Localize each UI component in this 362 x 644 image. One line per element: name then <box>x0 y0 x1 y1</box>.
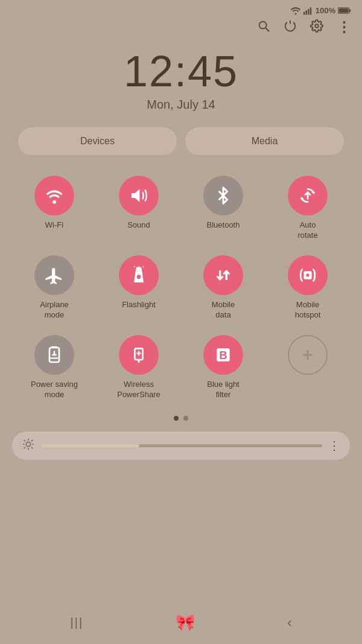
svg-marker-11 <box>132 190 139 202</box>
wireless-icon <box>129 345 148 365</box>
top-icon-row: ⋮ <box>0 18 362 42</box>
brightness-menu-button[interactable]: ⋮ <box>328 438 340 453</box>
svg-rect-2 <box>308 8 309 14</box>
svg-line-30 <box>31 447 33 448</box>
svg-rect-5 <box>349 9 351 11</box>
search-button[interactable] <box>257 19 270 36</box>
qs-wireless-label: WirelessPowerShare <box>117 380 160 400</box>
signal-icon <box>303 7 313 15</box>
sun-icon <box>22 438 35 451</box>
home-button[interactable]: 🎀 <box>176 613 195 632</box>
svg-line-15 <box>143 266 144 267</box>
qs-add[interactable] <box>265 329 350 409</box>
settings-icon <box>310 19 323 33</box>
wifi-status-icon <box>290 7 301 15</box>
qs-bluetooth-circle <box>203 176 243 215</box>
qs-wifi[interactable]: Wi-Fi <box>12 170 97 249</box>
svg-line-29 <box>24 439 25 441</box>
svg-point-10 <box>52 200 56 204</box>
qs-mobiledata-circle <box>203 255 243 295</box>
brightness-icon <box>22 438 35 454</box>
qs-airplane-circle <box>34 255 74 295</box>
bluetooth-icon <box>214 186 233 205</box>
qs-flashlight-circle <box>119 255 159 295</box>
qs-wifi-circle <box>34 176 74 215</box>
clock-date: Mon, July 14 <box>0 98 362 112</box>
qs-bluelight-circle: B <box>203 335 243 375</box>
page-dots <box>0 412 362 429</box>
svg-point-9 <box>315 24 319 28</box>
clock-time: 12:45 <box>0 48 362 95</box>
settings-button[interactable] <box>310 19 323 36</box>
add-icon <box>299 346 316 363</box>
brightness-row: ⋮ <box>12 432 350 460</box>
qs-sound-circle <box>119 176 159 215</box>
battery-text: 100% <box>316 6 335 15</box>
search-icon <box>257 19 270 33</box>
qs-autorotate[interactable]: Autorotate <box>265 170 350 249</box>
brightness-track[interactable] <box>41 444 322 447</box>
svg-rect-1 <box>305 10 306 14</box>
clock-section: 12:45 Mon, July 14 <box>0 42 362 115</box>
recents-button[interactable]: ||| <box>71 616 84 630</box>
svg-rect-3 <box>310 7 311 14</box>
powersaving-icon <box>45 345 64 365</box>
mobiledata-icon <box>214 266 233 285</box>
page-dot-2 <box>183 416 188 421</box>
media-tab[interactable]: Media <box>185 127 344 155</box>
qs-bluelight[interactable]: B Blue lightfilter <box>181 329 265 409</box>
more-button[interactable]: ⋮ <box>337 19 351 36</box>
qs-airplane-label: Airplanemode <box>40 300 69 320</box>
svg-rect-6 <box>338 8 348 13</box>
qs-bluetooth[interactable]: Bluetooth <box>181 170 265 249</box>
qs-autorotate-circle <box>288 176 328 215</box>
qs-mobiledata[interactable]: Mobiledata <box>181 249 265 329</box>
qs-wireless[interactable]: WirelessPowerShare <box>97 329 181 409</box>
status-icons: 100% <box>290 6 351 15</box>
qs-powersaving[interactable]: Power savingmode <box>12 329 97 409</box>
page-dot-1 <box>174 416 179 421</box>
qs-wireless-circle <box>119 335 159 375</box>
svg-line-8 <box>265 28 269 31</box>
qs-flashlight-label: Flashlight <box>122 300 156 310</box>
svg-point-17 <box>306 273 309 276</box>
autorotate-icon <box>298 186 317 205</box>
qs-autorotate-label: Autorotate <box>297 220 317 241</box>
svg-line-14 <box>134 266 135 267</box>
qs-hotspot-circle <box>288 255 328 295</box>
qs-airplane[interactable]: Airplanemode <box>12 249 97 329</box>
qs-powersaving-circle <box>34 335 74 375</box>
qs-bluelight-label: Blue lightfilter <box>207 380 239 400</box>
back-button[interactable]: ‹ <box>287 615 291 631</box>
power-icon <box>284 19 297 33</box>
qs-wifi-label: Wi-Fi <box>45 220 63 231</box>
hotspot-icon <box>298 266 317 285</box>
devices-tab[interactable]: Devices <box>18 127 177 155</box>
qs-add-circle <box>288 335 328 375</box>
bluelight-icon: B <box>214 345 233 365</box>
svg-point-24 <box>26 442 30 446</box>
svg-line-32 <box>24 447 25 448</box>
brightness-fill <box>41 444 139 447</box>
qs-hotspot-label: Mobilehotspot <box>295 300 321 320</box>
svg-text:B: B <box>219 348 227 361</box>
svg-rect-0 <box>303 11 305 14</box>
qs-mobiledata-label: Mobiledata <box>212 300 235 320</box>
svg-point-7 <box>259 21 267 28</box>
bottom-nav: ||| 🎀 ‹ <box>0 604 362 644</box>
qs-sound-label: Sound <box>127 220 150 231</box>
status-bar: 100% <box>0 0 362 18</box>
qs-hotspot[interactable]: Mobilehotspot <box>265 249 350 329</box>
power-button[interactable] <box>284 19 297 36</box>
quick-settings-grid: Wi-Fi Sound Bluetooth <box>0 161 362 412</box>
qs-flashlight[interactable]: Flashlight <box>97 249 181 329</box>
sound-icon <box>129 186 148 205</box>
airplane-icon <box>45 266 64 285</box>
tab-row: Devices Media <box>0 115 362 161</box>
battery-icon <box>338 7 351 14</box>
qs-bluetooth-label: Bluetooth <box>207 220 240 231</box>
qs-powersaving-label: Power savingmode <box>31 380 78 400</box>
svg-line-31 <box>31 439 33 441</box>
qs-sound[interactable]: Sound <box>97 170 181 249</box>
wifi-icon <box>45 186 64 205</box>
